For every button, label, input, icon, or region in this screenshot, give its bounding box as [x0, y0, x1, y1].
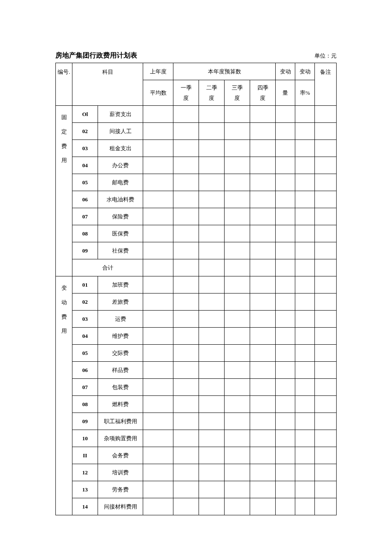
data-cell — [225, 328, 250, 345]
data-cell — [276, 259, 295, 276]
data-cell — [199, 464, 225, 481]
data-cell — [173, 276, 199, 293]
data-cell — [173, 464, 199, 481]
hdr-change-amt-1: 变动 — [276, 63, 295, 80]
row-number: 05 — [72, 174, 98, 191]
data-cell — [295, 225, 315, 242]
data-cell — [199, 345, 225, 362]
data-cell — [199, 293, 225, 311]
data-cell — [315, 259, 337, 276]
data-cell — [173, 328, 199, 345]
data-cell — [315, 276, 337, 293]
data-cell — [199, 259, 225, 276]
data-cell — [199, 311, 225, 328]
subtotal-label: 合计 — [72, 259, 143, 276]
row-number: 08 — [72, 396, 98, 413]
row-number: 01 — [72, 276, 98, 293]
table-row: 09社保费 — [56, 242, 337, 259]
expense-plan-table: 编号. 科目 上年度 本年度预算数 变动 变动 备注 平均数 一季度 二季度 三… — [55, 63, 337, 515]
row-number: 06 — [72, 362, 98, 379]
data-cell — [225, 447, 250, 464]
data-cell — [250, 379, 276, 396]
data-cell — [173, 498, 199, 515]
data-cell — [143, 379, 173, 396]
data-cell — [276, 379, 295, 396]
row-item: 燃料费 — [98, 396, 143, 413]
data-cell — [295, 396, 315, 413]
data-cell — [295, 174, 315, 191]
data-cell — [143, 259, 173, 276]
data-cell — [143, 345, 173, 362]
row-number: 04 — [72, 328, 98, 345]
data-cell — [143, 208, 173, 225]
data-cell — [295, 328, 315, 345]
data-cell — [173, 311, 199, 328]
data-cell — [276, 328, 295, 345]
data-cell — [276, 396, 295, 413]
data-cell — [173, 191, 199, 208]
data-cell — [276, 345, 295, 362]
data-cell — [250, 430, 276, 447]
data-cell — [250, 396, 276, 413]
data-cell — [225, 276, 250, 293]
hdr-subject: 科目 — [72, 63, 143, 106]
data-cell — [143, 498, 173, 515]
data-cell — [315, 362, 337, 379]
data-cell — [250, 481, 276, 498]
data-cell — [315, 140, 337, 157]
row-item: 租金支出 — [98, 140, 143, 157]
table-row: 02差旅费 — [56, 293, 337, 311]
data-cell — [225, 464, 250, 481]
data-cell — [276, 157, 295, 174]
row-item: 维护费 — [98, 328, 143, 345]
hdr-budget: 本年度预算数 — [173, 63, 276, 80]
data-cell — [276, 430, 295, 447]
data-cell — [276, 311, 295, 328]
data-cell — [143, 413, 173, 430]
data-cell — [173, 174, 199, 191]
table-body: 固定费用Ol薪资支出02间接人工03租金支出04办公费05邮电费06水电油料费0… — [56, 106, 337, 515]
data-cell — [276, 447, 295, 464]
row-item: 差旅费 — [98, 293, 143, 311]
data-cell — [276, 140, 295, 157]
data-cell — [295, 481, 315, 498]
data-cell — [315, 208, 337, 225]
table-row: 05邮电费 — [56, 174, 337, 191]
table-row: 08医保费 — [56, 225, 337, 242]
row-item: 劳务费 — [98, 481, 143, 498]
data-cell — [173, 208, 199, 225]
data-cell — [173, 362, 199, 379]
data-cell — [295, 464, 315, 481]
data-cell — [276, 208, 295, 225]
row-number: 14 — [72, 498, 98, 515]
data-cell — [225, 191, 250, 208]
data-cell — [173, 447, 199, 464]
header-row: 房地产集团行政费用计划表 单位：元 — [55, 51, 337, 60]
data-cell — [315, 430, 337, 447]
data-cell — [143, 276, 173, 293]
table-row: 02间接人工 — [56, 123, 337, 140]
hdr-prev-avg: 平均数 — [143, 80, 173, 106]
data-cell — [295, 191, 315, 208]
data-cell — [143, 106, 173, 123]
data-cell — [173, 293, 199, 311]
row-item: 包装费 — [98, 379, 143, 396]
data-cell — [225, 259, 250, 276]
hdr-q3: 三季度 — [225, 80, 250, 106]
data-cell — [276, 242, 295, 259]
data-cell — [250, 311, 276, 328]
data-cell — [143, 464, 173, 481]
data-cell — [199, 191, 225, 208]
data-cell — [276, 106, 295, 123]
data-cell — [250, 157, 276, 174]
data-cell — [143, 225, 173, 242]
row-item: 社保费 — [98, 242, 143, 259]
data-cell — [250, 242, 276, 259]
category-cell: 变动费用 — [56, 276, 72, 515]
row-number: 03 — [72, 140, 98, 157]
data-cell — [250, 140, 276, 157]
unit-label: 单位：元 — [314, 52, 337, 60]
data-cell — [295, 293, 315, 311]
data-cell — [295, 447, 315, 464]
data-cell — [173, 123, 199, 140]
